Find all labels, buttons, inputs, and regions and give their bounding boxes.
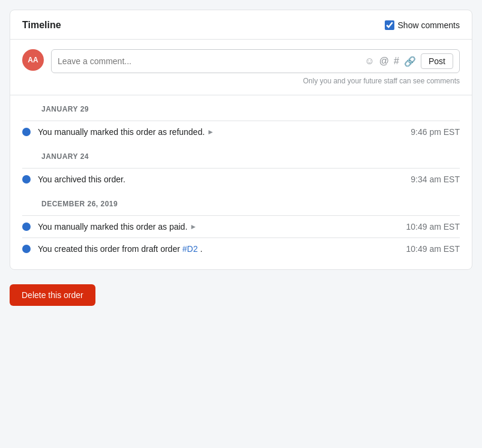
- date-group-jan29: JANUARY 29 You manually marked this orde…: [22, 95, 460, 143]
- date-group-dec26: DECEMBER 26, 2019 You manually marked th…: [22, 190, 460, 260]
- timeline-dot: [22, 223, 31, 231]
- date-label-jan29: JANUARY 29: [22, 105, 460, 113]
- timeline-item-text: You created this order from draft order …: [38, 244, 399, 254]
- delete-order-button[interactable]: Delete this order: [10, 284, 95, 306]
- comment-input-box: ☺ @ # 🔗 Post: [51, 49, 460, 73]
- mention-icon[interactable]: @: [379, 56, 389, 67]
- timeline-dot: [22, 128, 31, 136]
- timeline-section: JANUARY 29 You manually marked this orde…: [10, 95, 472, 260]
- show-comments-checkbox[interactable]: [385, 20, 394, 30]
- post-button[interactable]: Post: [421, 53, 453, 69]
- timeline-item: You archived this order. 9:34 am EST: [22, 168, 460, 190]
- comment-hint: Only you and your future staff can see c…: [51, 77, 460, 85]
- page-container: Timeline Show comments AA ☺ @ # 🔗 Post: [0, 0, 482, 448]
- comment-input-wrapper: ☺ @ # 🔗 Post Only you and your future st…: [51, 49, 460, 85]
- timeline-item: You created this order from draft order …: [22, 237, 460, 260]
- timeline-time: 10:49 am EST: [406, 222, 460, 231]
- timeline-time: 10:49 am EST: [406, 244, 460, 254]
- timeline-item: You manually marked this order as paid. …: [22, 215, 460, 237]
- card-header: Timeline Show comments: [10, 10, 472, 40]
- expand-arrow[interactable]: ►: [190, 223, 197, 231]
- emoji-icon[interactable]: ☺: [364, 56, 374, 67]
- timeline-time: 9:46 pm EST: [411, 127, 460, 137]
- comment-area: AA ☺ @ # 🔗 Post Only you and your future…: [10, 40, 472, 95]
- timeline-item: You manually marked this order as refund…: [22, 121, 460, 143]
- comment-input[interactable]: [58, 56, 360, 66]
- avatar: AA: [22, 49, 44, 71]
- timeline-dot: [22, 175, 31, 184]
- timeline-card: Timeline Show comments AA ☺ @ # 🔗 Post: [10, 10, 472, 270]
- timeline-item-text: You manually marked this order as refund…: [38, 127, 403, 137]
- card-title: Timeline: [22, 20, 61, 31]
- date-group-jan24: JANUARY 24 You archived this order. 9:34…: [22, 143, 460, 190]
- draft-order-link[interactable]: #D2: [182, 244, 198, 254]
- show-comments-label[interactable]: Show comments: [385, 20, 460, 30]
- timeline-time: 9:34 am EST: [411, 175, 460, 184]
- timeline-dot: [22, 245, 31, 253]
- timeline-item-text: You manually marked this order as paid. …: [38, 222, 399, 231]
- date-label-dec26: DECEMBER 26, 2019: [22, 200, 460, 208]
- timeline-item-text: You archived this order.: [38, 175, 403, 184]
- date-label-jan24: JANUARY 24: [22, 152, 460, 161]
- hashtag-icon[interactable]: #: [394, 56, 399, 67]
- bottom-section: Delete this order: [0, 270, 482, 315]
- expand-arrow[interactable]: ►: [207, 128, 214, 136]
- comment-icons: ☺ @ # 🔗: [364, 56, 416, 67]
- attachment-icon[interactable]: 🔗: [404, 56, 416, 67]
- show-comments-text: Show comments: [398, 20, 460, 30]
